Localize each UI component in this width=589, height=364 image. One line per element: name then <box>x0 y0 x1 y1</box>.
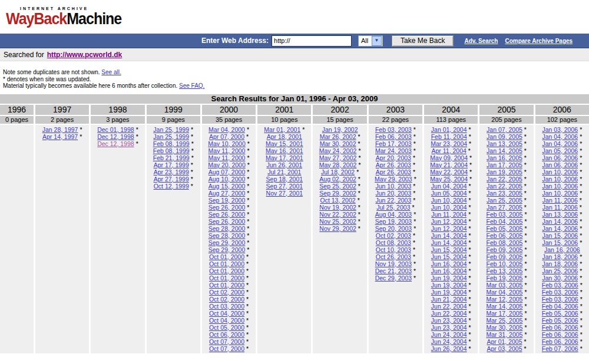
snapshot-date-link[interactable]: Jan 06, 2006 <box>542 154 578 161</box>
snapshot-date-link[interactable]: Oct 01, 2000 <box>209 274 244 282</box>
snapshot-date-link[interactable]: Jan 14, 2006 <box>542 218 578 225</box>
snapshot-date-link[interactable]: Feb 03, 2006 <box>542 289 578 296</box>
snapshot-date-link[interactable]: Jan 01, 2004 <box>431 126 467 133</box>
snapshot-date-link[interactable]: Oct 01, 2000 <box>209 267 244 274</box>
snapshot-date-link[interactable]: Feb 11, 2004 <box>431 133 467 140</box>
snapshot-date-link[interactable]: Jan 19, 2002 <box>322 126 358 133</box>
snapshot-date-link[interactable]: Nov 29, 2002 <box>319 225 356 232</box>
snapshot-date-link[interactable]: Jun 19, 2004 <box>431 282 467 289</box>
snapshot-date-link[interactable]: Oct 04, 2000 <box>209 317 244 324</box>
snapshot-date-link[interactable]: Oct 01, 2000 <box>209 260 244 267</box>
snapshot-date-link[interactable]: Feb 08, 2005 <box>487 239 523 246</box>
snapshot-date-link[interactable]: Feb 21, 1999 <box>153 154 190 161</box>
snapshot-date-link[interactable]: Dec 12, 1998 <box>97 133 134 140</box>
snapshot-date-link[interactable]: Sep 20, 2003 <box>375 225 412 232</box>
snapshot-date-link[interactable]: Jan 13, 2006 <box>542 211 578 218</box>
snapshot-date-link[interactable]: Jun 20, 2003 <box>376 190 412 197</box>
snapshot-date-link[interactable]: Jun 16, 2004 <box>431 267 467 274</box>
snapshot-date-link[interactable]: Jan 23, 2005 <box>487 190 522 197</box>
snapshot-date-link[interactable]: Jun 15, 2004 <box>431 246 467 253</box>
snapshot-date-link[interactable]: Jan 25, 2006 <box>542 267 578 274</box>
snapshot-date-link[interactable]: Apr 26, 2003 <box>376 161 411 168</box>
snapshot-date-link[interactable]: May 20, 2000 <box>208 161 246 168</box>
snapshot-date-link[interactable]: Oct 07, 2000 <box>209 352 244 353</box>
snapshot-date-link[interactable]: Feb 07, 2006 <box>542 352 578 353</box>
snapshot-date-link[interactable]: Jun 26, 2004 <box>431 345 467 352</box>
snapshot-date-link[interactable]: Nov 27, 2001 <box>266 190 303 197</box>
adv-search-link[interactable]: Adv. Search <box>464 38 498 44</box>
snapshot-date-link[interactable]: Jan 15, 2006 <box>542 239 578 246</box>
snapshot-date-link[interactable]: Sep 26, 2000 <box>209 204 245 211</box>
snapshot-date-link[interactable]: May 21, 2004 <box>430 161 468 168</box>
snapshot-date-link[interactable]: Feb 09, 2005 <box>487 246 523 253</box>
snapshot-date-link[interactable]: Oct 02, 2000 <box>209 296 244 303</box>
snapshot-date-link[interactable]: Oct 12, 1999 <box>154 183 189 190</box>
snapshot-date-link[interactable]: Feb 07, 2006 <box>542 345 578 352</box>
scope-dropdown[interactable]: All ▼ <box>358 35 383 47</box>
snapshot-date-link[interactable]: Jun 14, 2004 <box>431 232 467 239</box>
snapshot-date-link[interactable]: Jun 10, 2004 <box>431 197 467 204</box>
snapshot-date-link[interactable]: Apr 01, 2005 <box>487 338 522 345</box>
searched-url-link[interactable]: http://www.pcworld.dk <box>47 51 123 59</box>
snapshot-date-link[interactable]: Feb 10, 2005 <box>487 260 523 267</box>
snapshot-date-link[interactable]: Jun 19, 2004 <box>431 289 467 296</box>
snapshot-date-link[interactable]: Jan 10, 2006 <box>542 176 578 183</box>
snapshot-date-link[interactable]: Jan 25, 1999 <box>153 133 189 140</box>
snapshot-date-link[interactable]: Dec 29, 2003 <box>375 274 412 282</box>
snapshot-date-link[interactable]: Feb 03, 2006 <box>542 296 578 303</box>
snapshot-date-link[interactable]: Jun 29, 2004 <box>431 352 467 353</box>
snapshot-date-link[interactable]: Aug 15, 2000 <box>209 183 245 190</box>
snapshot-date-link[interactable]: Jan 06, 2006 <box>542 161 578 168</box>
snapshot-date-link[interactable]: Jan 25, 1999 <box>153 126 189 133</box>
snapshot-date-link[interactable]: Sep 26, 2000 <box>209 218 245 225</box>
snapshot-date-link[interactable]: Jan 11, 2006 <box>542 197 578 204</box>
snapshot-date-link[interactable]: Apr 14, 1997 <box>42 133 78 140</box>
snapshot-date-link[interactable]: Sep 25, 2002 <box>319 183 356 190</box>
snapshot-date-link[interactable]: Oct 07, 2000 <box>209 345 244 352</box>
snapshot-date-link[interactable]: Sep 28, 2000 <box>209 225 245 232</box>
snapshot-date-link[interactable]: Mar 03, 2005 <box>487 282 523 289</box>
snapshot-date-link[interactable]: May 28, 2002 <box>319 161 357 168</box>
snapshot-date-link[interactable]: May 11, 2000 <box>209 154 246 161</box>
snapshot-date-link[interactable]: Nov 19, 2003 <box>375 260 412 267</box>
snapshot-date-link[interactable]: Jun 26, 2001 <box>266 161 302 168</box>
snapshot-date-link[interactable]: Oct 02, 2000 <box>209 289 244 296</box>
snapshot-date-link[interactable]: Jan 16, 2006 <box>544 246 580 253</box>
snapshot-date-link[interactable]: Apr 23, 1999 <box>154 168 189 176</box>
snapshot-date-link[interactable]: Jan 10, 2006 <box>542 183 578 190</box>
snapshot-date-link[interactable]: Oct 01, 2000 <box>209 253 244 260</box>
snapshot-date-link[interactable]: Nov 22, 2002 <box>319 211 356 218</box>
snapshot-date-link[interactable]: Jan 22, 2005 <box>487 176 522 183</box>
snapshot-date-link[interactable]: Jan 07, 2005 <box>487 126 522 133</box>
snapshot-date-link[interactable]: Jun 19, 2004 <box>431 274 467 282</box>
snapshot-date-link[interactable]: Jun 14, 2004 <box>431 239 467 246</box>
snapshot-date-link[interactable]: Mar 14, 2005 <box>487 303 523 310</box>
snapshot-date-link[interactable]: Apr 03, 2005 <box>487 345 522 352</box>
snapshot-date-link[interactable]: Jun 23, 2004 <box>431 317 467 324</box>
snapshot-date-link[interactable]: Oct 10, 2003 <box>376 246 411 253</box>
snapshot-date-link[interactable]: Sep 27, 2001 <box>266 183 303 190</box>
snapshot-date-link[interactable]: Aug 27, 2000 <box>209 190 245 197</box>
snapshot-date-link[interactable]: Jan 14, 2005 <box>487 147 522 154</box>
snapshot-date-link[interactable]: Feb 05, 2005 <box>487 225 523 232</box>
snapshot-date-link[interactable]: Mar 26, 2002 <box>320 133 356 140</box>
snapshot-date-link[interactable]: Sep 29, 2000 <box>209 239 245 246</box>
snapshot-date-link[interactable]: Aug 07, 2000 <box>209 168 245 176</box>
snapshot-date-link[interactable]: Jun 24, 2004 <box>431 338 467 345</box>
snapshot-date-link[interactable]: Dec 21, 2003 <box>375 267 412 274</box>
snapshot-date-link[interactable]: May 24, 2002 <box>319 147 357 154</box>
snapshot-date-link[interactable]: Mar 30, 2005 <box>487 324 523 331</box>
snapshot-date-link[interactable]: Mar 04, 2000 <box>209 126 245 133</box>
snapshot-date-link[interactable]: Feb 08, 1999 <box>153 147 190 154</box>
wayback-machine-logo[interactable]: INTERNET ARCHIVE WayBackMachine <box>6 6 589 34</box>
snapshot-date-link[interactable]: Oct 04, 2000 <box>209 310 244 317</box>
snapshot-date-link[interactable]: Jan 04, 2006 <box>542 133 578 140</box>
snapshot-date-link[interactable]: Jun 23, 2004 <box>431 324 467 331</box>
take-me-back-button[interactable]: Take Me Back <box>392 35 454 47</box>
web-address-input[interactable] <box>272 35 352 47</box>
snapshot-date-link[interactable]: Oct 08, 2003 <box>376 239 411 246</box>
snapshot-date-link[interactable]: Aug 04, 2003 <box>375 211 412 218</box>
snapshot-date-link[interactable]: Feb 03, 2003 <box>375 126 412 133</box>
snapshot-date-link[interactable]: May 15, 2001 <box>266 140 303 147</box>
snapshot-date-link[interactable]: Jul 21, 2001 <box>267 168 301 176</box>
